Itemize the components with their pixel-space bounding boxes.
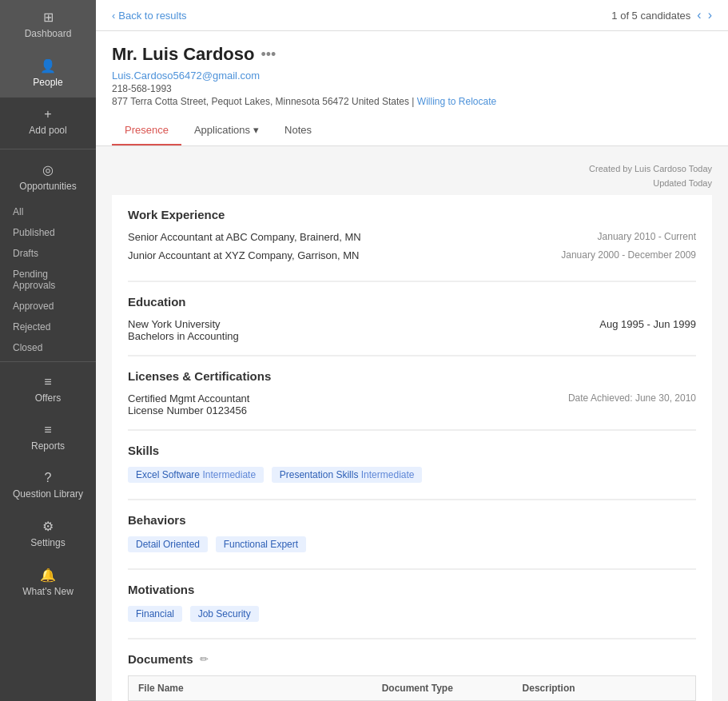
- profile-name: Mr. Luis Cardoso: [112, 44, 254, 65]
- tab-presence[interactable]: Presence: [112, 116, 181, 145]
- col-filename: File Name: [129, 676, 372, 701]
- opportunities-icon: ◎: [42, 162, 54, 177]
- skill-tag-excel: Excel Software Intermediate: [128, 467, 264, 483]
- applications-dropdown-icon: ▾: [253, 124, 259, 136]
- documents-table: File Name Document Type Description 📄 Lu…: [128, 675, 696, 701]
- motivation-tag-security: Job Security: [190, 606, 259, 622]
- sidebar-item-question-library[interactable]: ? Question Library: [0, 461, 96, 509]
- licenses-title: Licenses & Certifications: [128, 369, 696, 383]
- documents-title: Documents: [128, 652, 193, 666]
- sub-item-closed[interactable]: Closed: [0, 337, 96, 358]
- skill-name-presentation: Presentation Skills: [280, 469, 359, 480]
- sub-item-approved[interactable]: Approved: [0, 296, 96, 317]
- sidebar-item-people[interactable]: 👤 People: [0, 49, 96, 98]
- work-dates-2: January 2000 - December 2009: [561, 249, 696, 261]
- settings-icon: ⚙: [42, 519, 54, 534]
- sub-item-published[interactable]: Published: [0, 222, 96, 243]
- documents-header: Documents ✏: [128, 652, 696, 666]
- motivations-title: Motivations: [128, 583, 696, 596]
- people-icon: 👤: [40, 58, 56, 74]
- sidebar-item-dashboard[interactable]: ⊞ Dashboard: [0, 0, 96, 49]
- profile-header: Mr. Luis Cardoso ••• Luis.Cardoso56472@g…: [96, 31, 728, 146]
- reports-icon: ≡: [44, 423, 51, 437]
- sidebar-item-settings[interactable]: ⚙ Settings: [0, 509, 96, 558]
- documents-edit-icon[interactable]: ✏: [200, 653, 209, 665]
- add-icon: +: [44, 107, 51, 121]
- offers-icon: ≡: [44, 375, 51, 389]
- back-arrow-icon: ‹: [112, 10, 115, 22]
- work-dates-1: January 2010 - Current: [598, 231, 696, 243]
- sidebar-item-reports[interactable]: ≡ Reports: [0, 413, 96, 461]
- skills-tags: Excel Software Intermediate Presentation…: [128, 467, 696, 486]
- tabs: Presence Applications ▾ Notes: [112, 115, 712, 145]
- skill-tag-presentation: Presentation Skills Intermediate: [272, 467, 423, 483]
- next-candidate-button[interactable]: ›: [708, 8, 712, 22]
- motivations-section: Motivations Financial Job Security: [128, 570, 696, 639]
- work-item-1: Senior Accountant at ABC Company, Braine…: [128, 231, 696, 243]
- pagination: 1 of 5 candidates ‹ ›: [611, 8, 712, 22]
- work-item-2: Junior Accountant at XYZ Company, Garris…: [128, 249, 696, 261]
- skill-name-excel: Excel Software: [136, 469, 200, 480]
- topbar: ‹ Back to results 1 of 5 candidates ‹ ›: [96, 0, 728, 31]
- documents-section: Documents ✏ File Name Document Type Desc…: [128, 639, 696, 701]
- meta-info: Created by Luis Cardoso Today Updated To…: [112, 162, 712, 190]
- divider: [0, 149, 96, 149]
- main-content: ‹ Back to results 1 of 5 candidates ‹ › …: [96, 0, 728, 701]
- motivation-tag-financial: Financial: [128, 606, 182, 622]
- dashboard-icon: ⊞: [43, 10, 54, 25]
- divider2: [0, 361, 96, 362]
- licenses-section: Licenses & Certifications Certified Mgmt…: [128, 356, 696, 430]
- sub-item-drafts[interactable]: Drafts: [0, 243, 96, 264]
- sub-item-all[interactable]: All: [0, 201, 96, 222]
- updated-info: Updated Today: [112, 177, 712, 191]
- behaviors-tags: Detail Oriented Functional Expert: [128, 536, 696, 556]
- profile-email[interactable]: Luis.Cardoso56472@gmail.com: [112, 70, 712, 82]
- edu-degree: Bachelors in Accounting: [128, 330, 239, 342]
- sidebar-item-whats-new[interactable]: 🔔 What's New: [0, 558, 96, 607]
- created-info: Created by Luis Cardoso Today: [112, 162, 712, 177]
- work-role-1: Senior Accountant at ABC Company, Braine…: [128, 231, 361, 243]
- skill-level-excel: Intermediate: [202, 469, 256, 480]
- behaviors-section: Behaviors Detail Oriented Functional Exp…: [128, 500, 696, 569]
- sidebar-item-offers[interactable]: ≡ Offers: [0, 365, 96, 413]
- skills-section: Skills Excel Software Intermediate Prese…: [128, 431, 696, 500]
- sub-item-rejected[interactable]: Rejected: [0, 317, 96, 337]
- motivations-tags: Financial Job Security: [128, 606, 696, 625]
- sidebar-item-opportunities[interactable]: ◎ Opportunities: [0, 153, 96, 201]
- cert-date: Date Achieved: June 30, 2010: [568, 392, 696, 404]
- back-link[interactable]: ‹ Back to results: [112, 10, 187, 22]
- col-doctype: Document Type: [372, 676, 513, 701]
- question-icon: ?: [45, 471, 52, 485]
- skills-title: Skills: [128, 444, 696, 457]
- sub-item-pending[interactable]: Pending Approvals: [0, 264, 96, 296]
- profile-menu-button[interactable]: •••: [261, 46, 276, 63]
- education-section: Education New York University Bachelors …: [128, 282, 696, 356]
- work-experience-title: Work Experience: [128, 208, 696, 221]
- profile-content: Work Experience Senior Accountant at ABC…: [112, 195, 712, 701]
- col-description: Description: [513, 676, 696, 701]
- profile-phone: 218-568-1993: [112, 83, 712, 94]
- opportunities-submenu: All Published Drafts Pending Approvals A…: [0, 201, 96, 358]
- prev-candidate-button[interactable]: ‹: [697, 8, 701, 22]
- profile-address: 877 Terra Cotta Street, Pequot Lakes, Mi…: [112, 96, 712, 107]
- content-area: Created by Luis Cardoso Today Updated To…: [96, 146, 728, 701]
- profile-name-row: Mr. Luis Cardoso •••: [112, 44, 712, 65]
- tab-applications[interactable]: Applications ▾: [181, 116, 272, 145]
- work-role-2: Junior Accountant at XYZ Company, Garris…: [128, 249, 360, 261]
- cert-name: Certified Mgmt Accountant: [128, 392, 249, 404]
- skill-level-presentation: Intermediate: [361, 469, 415, 480]
- work-experience-section: Work Experience Senior Accountant at ABC…: [128, 195, 696, 281]
- education-title: Education: [128, 295, 696, 309]
- cert-number: License Number 0123456: [128, 404, 249, 416]
- behavior-tag-functional: Functional Expert: [216, 536, 306, 552]
- edu-dates: Aug 1995 - Jun 1999: [599, 318, 696, 330]
- behaviors-title: Behaviors: [128, 513, 696, 527]
- relocate-label: Willing to Relocate: [417, 96, 496, 107]
- sidebar-item-add-pool[interactable]: + Add pool: [0, 98, 96, 145]
- behavior-tag-detail: Detail Oriented: [128, 536, 208, 552]
- edu-school: New York University: [128, 318, 239, 330]
- sidebar: ⊞ Dashboard 👤 People + Add pool ◎ Opport…: [0, 0, 96, 701]
- bell-icon: 🔔: [40, 568, 56, 583]
- tab-notes[interactable]: Notes: [272, 116, 324, 145]
